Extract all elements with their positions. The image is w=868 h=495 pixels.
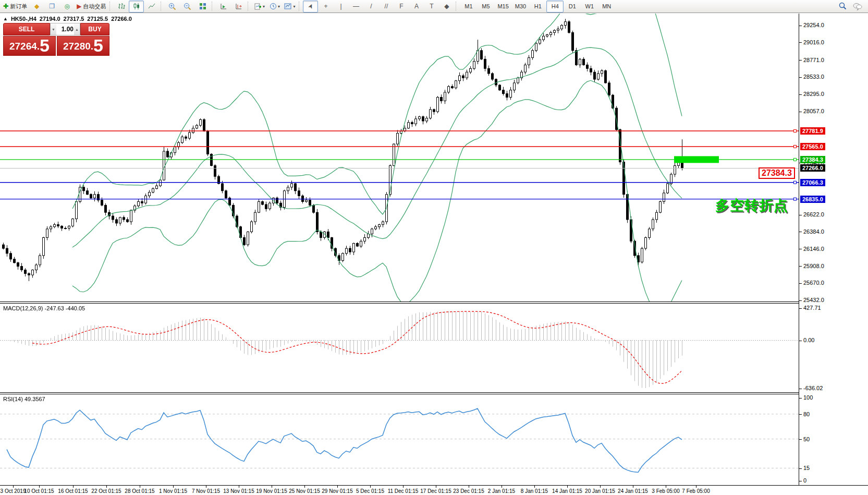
auto-trading-button[interactable]: ▶ 自动交易 bbox=[75, 1, 108, 13]
tf-W1[interactable]: W1 bbox=[581, 1, 598, 13]
price-tag-label[interactable]: 27384.3 bbox=[759, 167, 795, 179]
price-tick-label: 50 bbox=[803, 436, 810, 442]
tf-M15[interactable]: M15 bbox=[494, 1, 511, 13]
channel-button[interactable]: // bbox=[378, 1, 394, 13]
crosshair-button[interactable]: + bbox=[318, 1, 333, 13]
mt4-window: ✚ 新订单 ◆ ❐ ◎ ▶ 自动交易 bbox=[0, 0, 868, 495]
volume-input[interactable] bbox=[56, 23, 74, 35]
zoom-out-button[interactable] bbox=[180, 1, 195, 13]
label-button[interactable]: T bbox=[424, 1, 439, 13]
chat-button[interactable] bbox=[850, 1, 865, 13]
cursor-button[interactable]: ➤ bbox=[303, 1, 318, 13]
toolbar-separator bbox=[212, 2, 214, 11]
dropdown-arrow-icon: ▾ bbox=[278, 4, 280, 9]
macd-pane-canvas[interactable] bbox=[0, 304, 799, 392]
crosshair-icon: + bbox=[324, 3, 327, 9]
date-tick bbox=[600, 486, 601, 488]
macd-signal-value: -440.05 bbox=[66, 305, 85, 311]
tile-windows-icon bbox=[199, 3, 206, 10]
toolbar-separator bbox=[299, 2, 301, 11]
price-chart-canvas[interactable] bbox=[0, 14, 799, 301]
auto-trading-label: 自动交易 bbox=[83, 3, 106, 10]
sell-price-button[interactable]: 27264.5 bbox=[3, 36, 56, 56]
date-label: 29 Nov 01:15 bbox=[322, 488, 353, 494]
dropdown-arrow-icon: ▾ bbox=[263, 4, 265, 9]
buy-button[interactable]: BUY bbox=[80, 23, 109, 35]
zoom-in-icon bbox=[168, 3, 176, 10]
rsi-pane-canvas[interactable] bbox=[0, 394, 799, 485]
periods-dropdown[interactable]: ▾ bbox=[267, 1, 282, 13]
vline-button[interactable]: | bbox=[333, 1, 348, 13]
volume-increase-button[interactable]: ▲ bbox=[74, 23, 80, 35]
chart-annotation[interactable]: 多空转折点 bbox=[700, 196, 788, 215]
shapes-button[interactable]: ◆ bbox=[439, 1, 454, 13]
tf-H4[interactable]: H4 bbox=[546, 1, 564, 13]
new-order-button[interactable]: ✚ 新订单 bbox=[1, 1, 29, 13]
cursor-icon: ➤ bbox=[307, 3, 314, 10]
tf-M1[interactable]: M1 bbox=[460, 1, 477, 13]
tile-windows-button[interactable] bbox=[195, 1, 210, 13]
price-tick bbox=[799, 60, 802, 61]
date-tick bbox=[403, 486, 404, 488]
pending-orders-button[interactable]: ◆ bbox=[29, 1, 44, 13]
price-tick bbox=[799, 249, 802, 249]
collapse-panel-icon[interactable]: ▲ bbox=[3, 16, 8, 21]
price-axis[interactable]: 29254.029016.028771.028533.028295.028057… bbox=[799, 14, 868, 485]
price-tick-label: 26622.0 bbox=[803, 211, 824, 218]
sell-price-big: 5 bbox=[40, 37, 50, 54]
vline-icon: | bbox=[340, 3, 341, 9]
buy-price-button[interactable]: 27280.5 bbox=[57, 36, 109, 56]
macd-name: MACD(12,26,9) bbox=[3, 305, 43, 311]
date-axis[interactable]: 3 Oct 201910 Oct 01:1516 Oct 01:1522 Oct… bbox=[0, 485, 868, 495]
macd-main-value: -247.63 bbox=[44, 305, 64, 311]
trendline-button[interactable]: / bbox=[363, 1, 378, 13]
line-chart-button[interactable] bbox=[144, 1, 159, 13]
date-label: 3 Feb 05:00 bbox=[652, 488, 679, 494]
dropdown-arrow-icon: ▾ bbox=[293, 4, 295, 9]
new-order-label: 新订单 bbox=[10, 3, 27, 10]
bar-chart-button[interactable] bbox=[114, 1, 129, 13]
hline-button[interactable]: — bbox=[348, 1, 363, 13]
price-tick bbox=[799, 398, 802, 399]
auto-scroll-icon bbox=[220, 3, 227, 10]
tf-M5[interactable]: M5 bbox=[477, 1, 494, 13]
price-tick-label: 28533.0 bbox=[803, 74, 824, 80]
price-level-label: 27266.0 bbox=[800, 164, 825, 172]
candlestick-chart-button[interactable] bbox=[129, 1, 144, 13]
tf-H1[interactable]: H1 bbox=[529, 1, 546, 13]
auto-scroll-button[interactable] bbox=[216, 1, 231, 13]
drawing-tools-group: ➤+|—///FAT◆ bbox=[303, 1, 454, 13]
charts-window-button[interactable]: ❐ bbox=[44, 1, 59, 13]
date-label: 13 Nov 01:15 bbox=[223, 488, 254, 494]
fibonacci-button[interactable]: F bbox=[394, 1, 409, 13]
tf-M30[interactable]: M30 bbox=[512, 1, 529, 13]
tf-MN[interactable]: MN bbox=[598, 1, 615, 13]
date-tick bbox=[567, 486, 568, 488]
date-label: 11 Dec 01:15 bbox=[388, 488, 419, 494]
price-tick-label: 29016.0 bbox=[803, 39, 824, 45]
price-tick-label: 100 bbox=[803, 394, 813, 401]
price-tick bbox=[799, 77, 802, 78]
volume-decrease-button[interactable]: ▼ bbox=[51, 23, 56, 35]
price-level-label: 27066.3 bbox=[800, 179, 825, 186]
price-tick-label: 25432.0 bbox=[803, 297, 824, 303]
indicators-icon bbox=[254, 3, 262, 10]
zoom-in-button[interactable] bbox=[165, 1, 180, 13]
candlestick-chart-icon bbox=[133, 3, 140, 10]
text-button[interactable]: A bbox=[409, 1, 424, 13]
search-button[interactable] bbox=[835, 1, 850, 13]
templates-dropdown[interactable]: ▾ bbox=[282, 1, 297, 13]
indicators-dropdown[interactable]: ▾ bbox=[252, 1, 267, 13]
chart-shift-button[interactable] bbox=[231, 1, 246, 13]
chart-window: 29254.029016.028771.028533.028295.028057… bbox=[0, 14, 868, 495]
signals-button[interactable]: ◎ bbox=[59, 1, 75, 13]
date-label: 22 Oct 01:15 bbox=[91, 488, 121, 494]
tf-D1[interactable]: D1 bbox=[564, 1, 581, 13]
trendline-icon: / bbox=[370, 3, 372, 9]
rsi-label: RSI(14) 49.3567 bbox=[3, 396, 45, 402]
sell-button[interactable]: SELL bbox=[3, 23, 50, 35]
symbol-info: ▲ HK50-,H4 27194.0 27317.5 27125.5 27266… bbox=[3, 16, 132, 22]
date-label: 20 Jan 01:15 bbox=[585, 488, 615, 494]
price-tick bbox=[799, 481, 802, 481]
date-label: 19 Nov 01:15 bbox=[256, 488, 287, 494]
